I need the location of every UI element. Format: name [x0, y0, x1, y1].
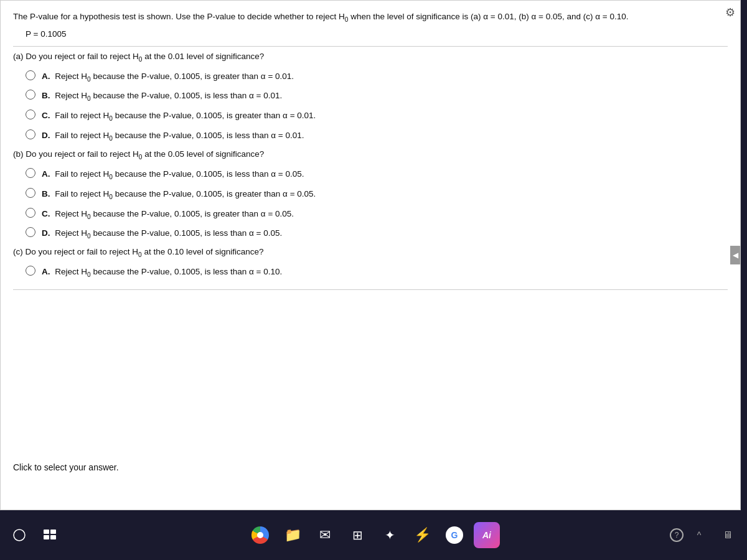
- p-value-display: P = 0.1005: [26, 29, 728, 39]
- system-tray-chevron[interactable]: ^: [686, 522, 712, 548]
- section-b-option-a[interactable]: A. Fail to reject H0 because the P-value…: [13, 167, 728, 182]
- radio-b-c[interactable]: [26, 208, 35, 218]
- move-icon: ✦: [385, 528, 395, 543]
- section-a-option-c[interactable]: C. Fail to reject H0 because the P-value…: [13, 108, 728, 123]
- radio-b-d[interactable]: [26, 227, 35, 237]
- mail-icon: ✉: [319, 527, 331, 543]
- svg-rect-4: [50, 535, 56, 539]
- section-a-question: (a) Do you reject or fail to reject H0 a…: [13, 52, 728, 63]
- chrome-button[interactable]: G: [441, 522, 467, 548]
- side-arrow-button[interactable]: ◀: [730, 246, 740, 264]
- radio-b-b[interactable]: [26, 188, 35, 198]
- section-b-option-b[interactable]: B. Fail to reject H0 because the P-value…: [13, 187, 728, 202]
- svg-point-0: [14, 530, 25, 541]
- svg-rect-2: [50, 530, 56, 534]
- radio-a-b[interactable]: [26, 90, 35, 100]
- bolt-icon: ⚡: [414, 527, 431, 543]
- apps-button[interactable]: ⊞: [344, 522, 370, 548]
- taskbar-left: [6, 522, 63, 548]
- section-a-option-d[interactable]: D. Fail to reject H0 because the P-value…: [13, 128, 728, 143]
- folder-button[interactable]: 📁: [280, 522, 306, 548]
- section-b-option-d[interactable]: D. Reject H0 because the P-value, 0.1005…: [13, 226, 728, 241]
- section-b-option-c[interactable]: C. Reject H0 because the P-value, 0.1005…: [13, 207, 728, 222]
- radio-c-a[interactable]: [26, 266, 35, 276]
- radio-b-a[interactable]: [26, 168, 35, 178]
- section-b-question: (b) Do you reject or fail to reject H0 a…: [13, 149, 728, 161]
- gear-icon[interactable]: ⚙: [725, 6, 735, 19]
- task-view-icon: [44, 530, 57, 541]
- chevron-up-icon: ^: [697, 530, 702, 540]
- monitor-icon: 🖥: [723, 530, 733, 541]
- divider-1: [13, 46, 728, 47]
- ai-button[interactable]: Ai: [474, 522, 500, 548]
- section-b-options: A. Fail to reject H0 because the P-value…: [13, 167, 728, 241]
- windows-search-button[interactable]: [6, 522, 32, 548]
- section-a-options: A. Reject H0 because the P-value, 0.1005…: [13, 69, 728, 144]
- taskbar: 📁 ✉ ⊞ ✦ ⚡ G Ai ?: [0, 510, 747, 560]
- svg-rect-1: [44, 530, 49, 534]
- help-icon: ?: [675, 531, 679, 539]
- section-c-options: A. Reject H0 because the P-value, 0.1005…: [13, 264, 728, 279]
- question-container: ⚙ The P-value for a hypothesis test is s…: [1, 1, 740, 510]
- svg-rect-3: [44, 535, 49, 539]
- gear-icon-container[interactable]: ⚙: [725, 6, 735, 19]
- main-content-area: ⚙ The P-value for a hypothesis test is s…: [0, 0, 741, 510]
- apps-icon: ⊞: [352, 528, 363, 543]
- click-to-select-label: Click to select your answer.: [13, 462, 119, 472]
- radio-a-d[interactable]: [26, 129, 35, 139]
- move-button[interactable]: ✦: [377, 522, 403, 548]
- bolt-button[interactable]: ⚡: [409, 522, 435, 548]
- mail-button[interactable]: ✉: [312, 522, 338, 548]
- windows-circle-icon: [13, 529, 26, 541]
- edge-button[interactable]: [247, 522, 273, 548]
- divider-2: [13, 289, 728, 290]
- problem-statement: The P-value for a hypothesis test is sho…: [13, 11, 728, 24]
- task-view-button[interactable]: [37, 522, 63, 548]
- radio-a-c[interactable]: [26, 110, 35, 119]
- section-c-option-a[interactable]: A. Reject H0 because the P-value, 0.1005…: [13, 264, 728, 279]
- section-c-question: (c) Do you reject or fail to reject H0 a…: [13, 247, 728, 258]
- section-a-option-b[interactable]: B. Reject H0 because the P-value, 0.1005…: [13, 88, 728, 103]
- taskbar-system-right: ? ^ 🖥: [670, 522, 741, 548]
- chrome-icon: G: [446, 526, 463, 544]
- folder-icon: 📁: [284, 527, 301, 543]
- monitor-button[interactable]: 🖥: [715, 522, 741, 548]
- help-button[interactable]: ?: [670, 528, 684, 542]
- section-a-option-a[interactable]: A. Reject H0 because the P-value, 0.1005…: [13, 69, 728, 84]
- edge-icon: [251, 526, 269, 544]
- radio-a-a[interactable]: [26, 70, 35, 80]
- ai-label: Ai: [482, 530, 491, 540]
- taskbar-center: 📁 ✉ ⊞ ✦ ⚡ G Ai: [247, 522, 500, 548]
